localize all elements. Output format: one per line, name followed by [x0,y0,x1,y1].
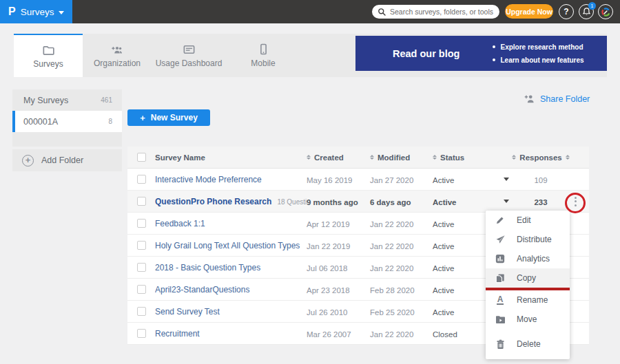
column-header-responses[interactable]: Responses [520,153,561,162]
responses-cell: 233 [534,198,547,206]
status-cell: Active [433,176,454,184]
column-header-survey-name[interactable]: Survey Name [155,153,307,162]
circle-plus-icon: + [22,155,34,167]
rename-icon: A [495,295,506,306]
tab-label: Surveys [33,59,63,69]
row-checkbox[interactable] [137,263,146,272]
modified-cell: Jan 22 2020 [370,220,413,228]
sidebar-item-000001a[interactable]: 000001A 8 [12,111,122,132]
tab-mobile[interactable]: Mobile [226,34,300,77]
blog-banner-title: Read our blog [393,48,459,59]
row-checkbox[interactable] [137,175,146,184]
sidebar-filler [12,132,122,147]
row-checkbox[interactable] [137,219,146,228]
survey-name-link[interactable]: Holy Grail Long Text All Question Types [155,241,300,250]
survey-name-link[interactable]: Send Survey Test [155,307,220,317]
column-header-status[interactable]: Status [433,153,493,162]
search-icon [378,8,386,17]
context-menu-item-edit[interactable]: Edit [486,211,570,230]
status-cell: Active [433,198,457,206]
new-survey-button[interactable]: + New Survey [127,109,210,126]
context-menu-item-distribute[interactable]: Distribute [486,230,570,249]
questionpro-surveys-page: { "topbar": { "logo_letter": "P", "app_m… [0,0,620,364]
status-cell: Active [433,242,454,250]
modified-cell: Feb 28 2020 [370,286,415,295]
created-cell: Apr 23 2018 [307,286,350,295]
share-folder-button[interactable]: Share Folder [524,94,590,104]
notification-badge: 1 [588,2,596,10]
plus-icon: + [140,113,145,123]
copy-icon [495,272,506,283]
survey-name-link[interactable]: Recruitment [155,329,200,339]
modified-cell: Jan 22 2020 [370,330,413,339]
sort-icon [307,155,311,160]
add-folder-button[interactable]: + Add Folder [12,149,122,171]
row-checkbox[interactable] [137,307,146,316]
sidebar-item-my-surveys[interactable]: My Surveys 461 [12,89,122,111]
status-cell: Active [433,220,454,228]
tab-label: Usage Dashboard [156,58,223,68]
tab-surveys[interactable]: Surveys [14,34,83,77]
global-search [372,5,499,19]
survey-name-link[interactable]: April23-StandarQuestions [155,285,249,295]
gauge-icon [601,7,611,17]
tab-label: Organization [94,58,141,68]
pencil-icon [495,215,506,226]
folder-count: 8 [108,118,112,125]
move-icon [495,314,506,325]
search-input[interactable] [390,8,494,16]
context-menu-item-label: Move [517,314,537,324]
people-add-icon [110,43,124,55]
dashboard-icon [183,43,196,55]
context-menu-item-rename[interactable]: ARename [486,290,570,310]
folder-sidebar: My Surveys 461 000001A 8 + Add Folder [12,89,122,171]
row-checkbox[interactable] [137,241,146,250]
sort-icon [512,155,516,160]
select-all-checkbox[interactable] [137,153,146,162]
survey-name-link[interactable]: QuestionPro Phone Research [155,197,271,206]
survey-name-link[interactable]: 2018 - Basic Question Types [155,263,260,272]
status-dropdown-caret-icon[interactable] [504,200,509,203]
context-menu-item-delete[interactable]: Delete [486,334,570,354]
mobile-icon [259,43,268,55]
status-dropdown-caret-icon[interactable] [504,178,509,181]
context-menu-item-label: Distribute [517,235,552,244]
sort-icon [433,155,437,160]
survey-name-link[interactable]: Feedback 1:1 [155,219,205,228]
responses-cell: 109 [534,176,547,184]
row-checkbox[interactable] [137,329,146,338]
upgrade-now-button[interactable]: Upgrade Now [505,4,553,19]
column-header-created[interactable]: Created [307,153,370,162]
blog-bullet: Explore research method [493,41,583,54]
notifications-button[interactable]: 1 [579,4,594,19]
question-mark-icon: ? [564,7,568,17]
modified-cell: Jan 27 2020 [370,176,413,184]
status-cell: Active [433,264,454,272]
table-header-row: Survey Name Created Modified Status Resp… [127,147,589,169]
table-row: Interactive Mode PreferrenceMay 16 2019J… [127,169,589,191]
context-menu-item-copy[interactable]: Copy [486,268,570,288]
created-cell: Jan 22 2019 [307,242,350,250]
status-cell: Active [433,286,454,295]
modified-cell: 6 days ago [370,198,411,206]
annotation-red-circle [565,193,586,213]
tab-organization[interactable]: Organization [83,34,152,77]
bullet-dot-icon [493,45,495,48]
column-header-modified[interactable]: Modified [370,153,433,162]
row-checkbox[interactable] [137,285,146,294]
help-button[interactable]: ? [559,4,574,19]
tab-usage-dashboard[interactable]: Usage Dashboard [152,34,226,77]
question-count-badge: 18 Questions [277,198,307,206]
row-context-menu: EditDistributeAnalyticsCopyARenameMoveDe… [486,211,570,359]
row-checkbox[interactable] [137,197,146,206]
blog-promo-banner[interactable]: Read our blog Explore research method Le… [355,36,607,71]
usage-meter-button[interactable] [598,4,613,19]
context-menu-item-analytics[interactable]: Analytics [486,249,570,268]
app-switcher-menu[interactable]: P Surveys [0,0,72,23]
created-cell: Jul 26 2010 [307,308,347,317]
modified-cell: Jan 22 2020 [370,242,413,250]
context-menu-item-move[interactable]: Move [486,310,570,329]
context-menu-item-label: Delete [517,339,541,349]
modified-cell: Feb 25 2020 [370,308,415,317]
survey-name-link[interactable]: Interactive Mode Preferrence [155,175,262,184]
